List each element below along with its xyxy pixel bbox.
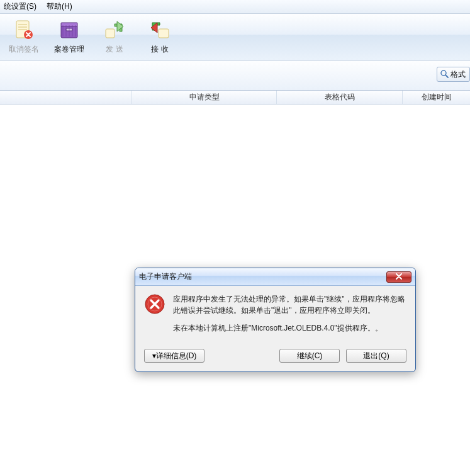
send-arrow-icon xyxy=(103,19,126,42)
dialog-close-button[interactable] xyxy=(386,271,411,283)
archive-icon xyxy=(58,19,81,42)
details-button[interactable]: ▾详细信息(D) xyxy=(144,349,204,363)
cancel-sign-label: 取消签名 xyxy=(9,44,39,55)
close-icon xyxy=(395,273,403,281)
svg-rect-5 xyxy=(106,29,115,38)
send-button[interactable]: 发 送 xyxy=(96,18,133,57)
table-header: 申请类型 表格代码 创建时间 xyxy=(0,91,470,105)
send-label: 发 送 xyxy=(106,44,123,55)
dialog-line2: 未在本地计算机上注册"Microsoft.Jet.OLEDB.4.0"提供程序。… xyxy=(173,322,406,334)
dialog-message: 应用程序中发生了无法处理的异常。如果单击"继续"，应用程序将忽略此错误并尝试继续… xyxy=(173,293,406,340)
toolbar: 取消签名 案卷管理 发 送 xyxy=(0,14,470,60)
menu-bar: 统设置(S) 帮助(H) xyxy=(0,0,470,14)
column-create-time[interactable]: 创建时间 xyxy=(403,91,470,104)
dialog-title-text: 电子申请客户端 xyxy=(139,271,192,282)
receive-label: 接 收 xyxy=(151,44,168,55)
exit-button[interactable]: 退出(Q) xyxy=(346,349,406,363)
column-form-code[interactable]: 表格代码 xyxy=(277,91,403,104)
column-blank[interactable] xyxy=(0,91,132,104)
error-icon xyxy=(144,293,165,340)
document-x-icon xyxy=(13,19,35,42)
dialog-body: 应用程序中发生了无法处理的异常。如果单击"继续"，应用程序将忽略此错误并尝试继续… xyxy=(135,286,415,344)
format-button[interactable]: 格式 xyxy=(437,67,470,82)
menu-help[interactable]: 帮助(H) xyxy=(44,0,75,13)
error-dialog: 电子申请客户端 应用程序中发生了无法处理的异常。如果单击"继续"，应用程序将忽略… xyxy=(135,268,416,372)
dialog-line1: 应用程序中发生了无法处理的异常。如果单击"继续"，应用程序将忽略此错误并尝试继续… xyxy=(173,293,406,316)
dialog-button-row: ▾详细信息(D) 继续(C) 退出(Q) xyxy=(135,344,415,371)
case-management-label: 案卷管理 xyxy=(54,44,84,55)
dialog-titlebar: 电子申请客户端 xyxy=(135,268,415,286)
column-app-type[interactable]: 申请类型 xyxy=(132,91,277,104)
menu-settings[interactable]: 统设置(S) xyxy=(1,0,39,13)
magnifier-icon xyxy=(440,69,449,80)
format-label: 格式 xyxy=(450,69,466,80)
receive-arrow-icon xyxy=(148,19,171,42)
svg-rect-6 xyxy=(159,29,169,38)
cancel-sign-button[interactable]: 取消签名 xyxy=(5,18,43,57)
filter-bar: 格式 xyxy=(0,60,470,91)
case-management-button[interactable]: 案卷管理 xyxy=(50,18,88,57)
receive-button[interactable]: 接 收 xyxy=(141,18,179,57)
continue-button[interactable]: 继续(C) xyxy=(279,349,340,363)
